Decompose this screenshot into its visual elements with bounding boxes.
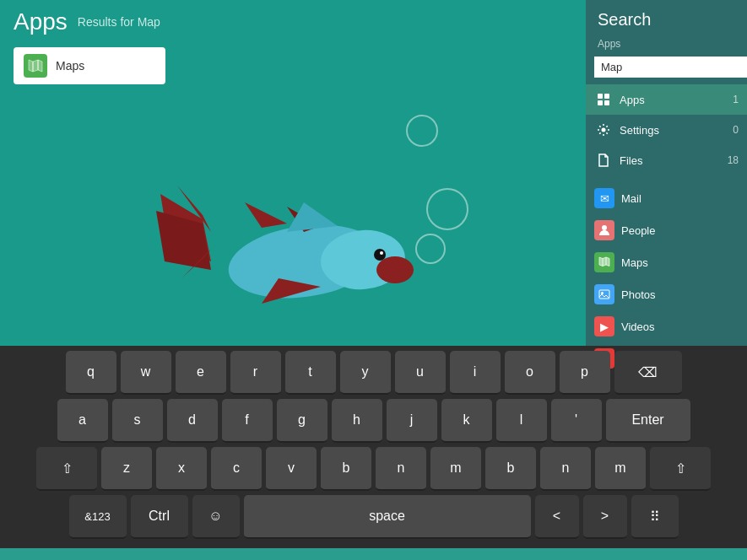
key-y[interactable]: y bbox=[340, 351, 391, 395]
key-g[interactable]: g bbox=[277, 399, 327, 443]
category-apps[interactable]: Apps 1 bbox=[586, 84, 747, 115]
key-a[interactable]: a bbox=[57, 399, 108, 443]
key-w[interactable]: w bbox=[121, 351, 171, 395]
apps-grid-icon bbox=[597, 93, 610, 106]
mail-label: Mail bbox=[621, 192, 739, 205]
key-i[interactable]: i bbox=[450, 351, 501, 395]
svg-rect-19 bbox=[604, 94, 609, 99]
category-apps-count: 1 bbox=[725, 94, 739, 105]
people-label: People bbox=[621, 224, 739, 237]
key-apostrophe[interactable]: ' bbox=[551, 399, 602, 443]
mail-icon-badge: ✉ bbox=[594, 188, 614, 208]
key-r[interactable]: r bbox=[230, 351, 281, 395]
key-t[interactable]: t bbox=[285, 351, 336, 395]
svg-point-23 bbox=[602, 225, 607, 230]
category-settings-label: Settings bbox=[620, 124, 718, 137]
key-e[interactable]: e bbox=[176, 351, 226, 395]
key-u[interactable]: u bbox=[395, 351, 446, 395]
photos-icon bbox=[598, 288, 610, 300]
photos-icon-badge bbox=[594, 284, 614, 304]
svg-point-0 bbox=[407, 116, 437, 146]
key-m2[interactable]: m bbox=[595, 447, 646, 491]
sidebar-section-label: Apps bbox=[586, 35, 747, 53]
category-files-count: 18 bbox=[725, 154, 739, 166]
keyboard-row-2: a s d f g h j k l ' Enter bbox=[3, 399, 744, 443]
app-item-mail[interactable]: ✉ Mail bbox=[586, 182, 747, 214]
key-o[interactable]: o bbox=[505, 351, 555, 395]
key-q[interactable]: q bbox=[66, 351, 116, 395]
sidebar: Search Apps Apps 1 bbox=[586, 0, 747, 346]
search-input[interactable] bbox=[594, 57, 747, 78]
key-k[interactable]: k bbox=[441, 399, 492, 443]
fish-scene bbox=[0, 0, 586, 320]
key-z[interactable]: z bbox=[101, 447, 152, 491]
key-p[interactable]: p bbox=[560, 351, 610, 395]
svg-point-12 bbox=[376, 256, 414, 283]
main-area: Apps Results for Map Maps bbox=[0, 0, 747, 346]
sidebar-title: Search bbox=[586, 0, 747, 35]
category-apps-label: Apps bbox=[620, 94, 718, 106]
svg-point-13 bbox=[374, 249, 386, 261]
app-item-photos[interactable]: Photos bbox=[586, 278, 747, 310]
app-item-videos[interactable]: ▶ Videos bbox=[586, 310, 747, 342]
key-shift-left[interactable]: ⇧ bbox=[36, 447, 97, 491]
content-area: Apps Results for Map Maps bbox=[0, 0, 586, 346]
gear-icon bbox=[594, 121, 613, 139]
key-enter[interactable]: Enter bbox=[606, 399, 690, 443]
key-d[interactable]: d bbox=[167, 399, 218, 443]
category-settings[interactable]: Settings 0 bbox=[586, 115, 747, 145]
key-h[interactable]: h bbox=[332, 399, 382, 443]
key-x[interactable]: x bbox=[156, 447, 207, 491]
svg-point-1 bbox=[427, 189, 468, 229]
svg-rect-20 bbox=[598, 100, 603, 105]
key-c[interactable]: c bbox=[211, 447, 262, 491]
category-files-label: Files bbox=[620, 154, 718, 167]
key-angle-right[interactable]: > bbox=[583, 495, 627, 539]
key-s[interactable]: s bbox=[112, 399, 163, 443]
key-b[interactable]: b bbox=[321, 447, 371, 491]
app-item-maps[interactable]: Maps bbox=[586, 246, 747, 278]
videos-label: Videos bbox=[621, 320, 739, 333]
key-j[interactable]: j bbox=[387, 399, 437, 443]
key-emoji[interactable]: ☺ bbox=[192, 495, 240, 539]
key-n[interactable]: n bbox=[376, 447, 426, 491]
videos-icon-badge: ▶ bbox=[594, 316, 614, 337]
key-angle-left[interactable]: < bbox=[535, 495, 579, 539]
key-m[interactable]: m bbox=[430, 447, 481, 491]
app-item-people[interactable]: People bbox=[586, 214, 747, 246]
keyboard-row-4: &123 Ctrl ☺ space < > ⠿ bbox=[3, 495, 744, 539]
category-files[interactable]: Files 18 bbox=[586, 145, 747, 175]
settings-gear-icon bbox=[597, 123, 610, 137]
key-n2[interactable]: n bbox=[540, 447, 591, 491]
key-shift-right[interactable]: ⇧ bbox=[650, 447, 711, 491]
people-icon-badge bbox=[594, 220, 614, 240]
grid-icon bbox=[594, 90, 613, 109]
key-b2[interactable]: b bbox=[485, 447, 536, 491]
maps-icon bbox=[598, 256, 610, 268]
svg-point-25 bbox=[601, 292, 604, 294]
maps-app-label: Maps bbox=[621, 256, 739, 269]
key-grid[interactable]: ⠿ bbox=[631, 495, 679, 539]
files-icon bbox=[598, 153, 609, 167]
key-l[interactable]: l bbox=[496, 399, 547, 443]
svg-rect-18 bbox=[598, 94, 603, 99]
svg-marker-8 bbox=[245, 202, 287, 228]
key-space[interactable]: space bbox=[244, 495, 531, 539]
people-icon bbox=[598, 224, 610, 236]
file-icon bbox=[594, 151, 613, 170]
keyboard: q w e r t y u i o p ⌫ a s d f g h j k l … bbox=[0, 346, 747, 548]
key-ctrl[interactable]: Ctrl bbox=[131, 495, 188, 539]
maps-icon-badge bbox=[594, 252, 614, 272]
keyboard-row-1: q w e r t y u i o p ⌫ bbox=[3, 351, 744, 395]
key-f[interactable]: f bbox=[222, 399, 273, 443]
svg-point-14 bbox=[380, 251, 383, 255]
svg-rect-21 bbox=[604, 100, 609, 105]
search-box bbox=[594, 57, 739, 78]
key-backspace[interactable]: ⌫ bbox=[614, 351, 682, 395]
keyboard-row-3: ⇧ z x c v b n m b n m ⇧ bbox=[3, 447, 744, 491]
category-settings-count: 0 bbox=[725, 124, 739, 136]
svg-point-2 bbox=[416, 234, 445, 263]
photos-label: Photos bbox=[621, 288, 739, 301]
key-symbols[interactable]: &123 bbox=[69, 495, 127, 539]
key-v[interactable]: v bbox=[266, 447, 317, 491]
